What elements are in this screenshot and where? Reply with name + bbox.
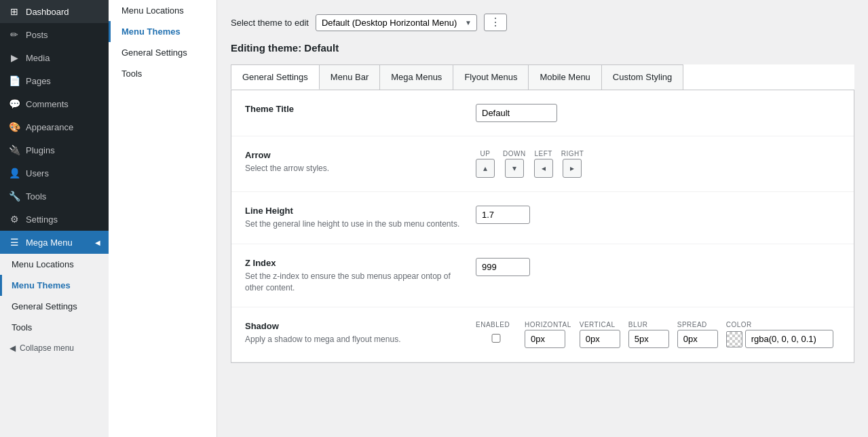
z-index-desc: Set the z-index to ensure the sub menus …	[245, 271, 462, 294]
settings-icon: ⚙	[8, 213, 20, 225]
tab-custom-styling[interactable]: Custom Styling	[601, 64, 683, 90]
shadow-spread-field: SPREAD	[677, 321, 718, 348]
tools-icon: 🔧	[8, 190, 20, 202]
arrow-left-group: LEFT ◂	[534, 150, 553, 178]
sidebar-item-posts[interactable]: ✏ Posts	[0, 23, 109, 46]
arrow-label: Arrow	[245, 150, 462, 160]
shadow-color-input[interactable]	[745, 330, 833, 348]
shadow-vertical-field: VERTICAL	[580, 321, 620, 348]
sidebar-item-users[interactable]: 👤 Users	[0, 162, 109, 185]
arrow-label-col: Arrow Select the arrow styles.	[245, 150, 476, 174]
sub-sidebar-item-general-settings-wp[interactable]: General Settings	[109, 42, 216, 63]
posts-icon: ✏	[8, 28, 20, 41]
shadow-enabled-checkbox[interactable]	[476, 334, 516, 343]
line-height-label-col: Line Height Set the general line height …	[245, 206, 476, 230]
collapse-icon: ◀	[10, 343, 16, 353]
z-index-label: Z Index	[245, 258, 462, 268]
sidebar-item-mega-menu[interactable]: ☰ Mega Menu ◀	[0, 231, 109, 254]
collapse-label: Collapse menu	[20, 343, 74, 353]
sidebar-item-settings[interactable]: ⚙ Settings	[0, 208, 109, 231]
shadow-label: Shadow	[245, 321, 462, 331]
appearance-icon: 🎨	[8, 121, 20, 133]
theme-title-label: Theme Title	[245, 104, 462, 114]
sidebar-item-media[interactable]: ▶ Media	[0, 46, 109, 69]
sub-sidebar: Menu Locations Menu Themes General Setti…	[109, 0, 217, 437]
arrow-controls: UP ▴ DOWN ▾ LEFT ◂ RIGHT ▸	[476, 150, 840, 178]
tab-mega-menus[interactable]: Mega Menus	[379, 64, 453, 90]
shadow-color-swatch[interactable]	[726, 331, 742, 347]
shadow-desc: Apply a shadow to mega and flyout menus.	[245, 334, 462, 345]
sidebar-label-settings: Settings	[26, 214, 58, 225]
sidebar-item-comments[interactable]: 💬 Comments	[0, 92, 109, 115]
tabs-bar: General Settings Menu Bar Mega Menus Fly…	[231, 64, 854, 90]
tab-flyout-menus[interactable]: Flyout Menus	[453, 64, 529, 90]
shadow-horizontal-field: HORIZONTAL	[525, 321, 571, 348]
main-sidebar: ⊞ Dashboard ✏ Posts ▶ Media 📄 Pages 💬 Co…	[0, 0, 109, 437]
select-theme-label: Select theme to edit	[231, 18, 309, 28]
line-height-row: Line Height Set the general line height …	[231, 192, 854, 244]
sidebar-label-appearance: Appearance	[26, 122, 73, 132]
arrow-up-group: UP ▴	[476, 150, 495, 178]
sub-sidebar-item-menu-locations[interactable]: Menu Locations	[0, 254, 109, 275]
shadow-vertical-label: VERTICAL	[580, 321, 620, 328]
arrow-down-label: DOWN	[503, 150, 526, 157]
z-index-label-col: Z Index Set the z-index to ensure the su…	[245, 258, 476, 294]
arrow-down-group: DOWN ▾	[503, 150, 526, 178]
theme-select[interactable]: Default (Desktop Horizontal Menu)	[316, 14, 477, 31]
tab-menu-bar[interactable]: Menu Bar	[319, 64, 380, 90]
tab-mobile-menu[interactable]: Mobile Menu	[528, 64, 601, 90]
plugins-icon: 🔌	[8, 144, 20, 156]
editing-theme-title: Editing theme: Default	[231, 42, 854, 54]
shadow-row: Shadow Apply a shadow to mega and flyout…	[231, 307, 854, 362]
mega-menu-icon: ☰	[8, 236, 20, 248]
arrow-right-group: RIGHT ▸	[561, 150, 584, 178]
arrow-right-button[interactable]: ▸	[563, 159, 582, 178]
pages-icon: 📄	[8, 75, 20, 87]
shadow-blur-label: BLUR	[628, 321, 669, 328]
shadow-controls: ENABLED HORIZONTAL VERTICAL BLUR SPREAD	[476, 321, 840, 348]
arrow-up-label: UP	[480, 150, 491, 157]
more-options-button[interactable]: ⋮	[484, 14, 507, 31]
shadow-color-field: COLOR	[726, 321, 833, 348]
theme-select-wrapper: Default (Desktop Horizontal Menu) ▼	[316, 14, 477, 31]
sidebar-label-posts: Posts	[26, 30, 48, 40]
theme-title-input[interactable]	[476, 104, 557, 122]
arrow-left-button[interactable]: ◂	[534, 159, 553, 178]
sidebar-label-dashboard: Dashboard	[26, 7, 69, 17]
dashboard-icon: ⊞	[8, 5, 20, 18]
sub-sidebar-item-tools-wp[interactable]: Tools	[109, 63, 216, 84]
sub-label-general-settings: General Settings	[12, 301, 77, 311]
shadow-blur-input[interactable]	[628, 330, 669, 348]
sidebar-item-pages[interactable]: 📄 Pages	[0, 69, 109, 92]
sub-sidebar-item-general-settings[interactable]: General Settings	[0, 296, 109, 317]
sub-nav-menu-themes-label: Menu Themes	[121, 26, 181, 37]
sub-sidebar-item-menu-themes-wp[interactable]: Menu Themes	[109, 21, 216, 42]
sub-sidebar-item-menu-locations-wp[interactable]: Menu Locations	[109, 0, 216, 21]
z-index-row: Z Index Set the z-index to ensure the su…	[231, 244, 854, 308]
tab-general-settings[interactable]: General Settings	[231, 64, 320, 90]
settings-panel: Theme Title Arrow Select the arrow style…	[231, 90, 854, 363]
sidebar-item-plugins[interactable]: 🔌 Plugins	[0, 138, 109, 162]
arrow-up-button[interactable]: ▴	[476, 159, 495, 178]
shadow-spread-input[interactable]	[677, 330, 718, 348]
shadow-enabled-field: ENABLED	[476, 321, 516, 343]
arrow-down-button[interactable]: ▾	[505, 159, 524, 178]
main-content: Select theme to edit Default (Desktop Ho…	[217, 0, 868, 437]
sidebar-item-dashboard[interactable]: ⊞ Dashboard	[0, 0, 109, 23]
collapse-menu[interactable]: ◀ Collapse menu	[0, 338, 109, 358]
sidebar-item-tools[interactable]: 🔧 Tools	[0, 185, 109, 208]
sidebar-label-comments: Comments	[26, 99, 69, 109]
line-height-input[interactable]	[476, 206, 530, 224]
sidebar-item-appearance[interactable]: 🎨 Appearance	[0, 115, 109, 138]
shadow-horizontal-label: HORIZONTAL	[525, 321, 571, 328]
shadow-blur-field: BLUR	[628, 321, 669, 348]
shadow-horizontal-input[interactable]	[525, 330, 565, 348]
sub-sidebar-item-tools[interactable]: Tools	[0, 317, 109, 338]
z-index-input[interactable]	[476, 258, 530, 276]
sub-nav-tools-label: Tools	[121, 69, 142, 79]
sub-sidebar-item-menu-themes[interactable]: Menu Themes	[0, 275, 109, 296]
theme-title-label-col: Theme Title	[245, 104, 476, 117]
shadow-color-label: COLOR	[726, 321, 833, 328]
shadow-vertical-input[interactable]	[580, 330, 620, 348]
line-height-label: Line Height	[245, 206, 462, 216]
